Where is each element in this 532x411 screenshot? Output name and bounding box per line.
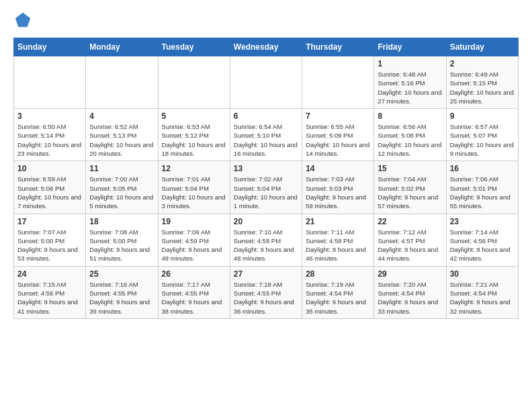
header-cell-wednesday: Wednesday xyxy=(230,38,302,56)
logo-icon xyxy=(13,11,32,30)
calendar-cell: 30Sunrise: 7:21 AM Sunset: 4:54 PM Dayli… xyxy=(446,266,518,318)
calendar-cell: 1Sunrise: 6:48 AM Sunset: 5:16 PM Daylig… xyxy=(374,56,446,109)
calendar-cell: 28Sunrise: 7:19 AM Sunset: 4:54 PM Dayli… xyxy=(302,266,374,318)
day-info: Sunrise: 7:09 AM Sunset: 4:59 PM Dayligh… xyxy=(162,228,226,263)
day-info: Sunrise: 7:21 AM Sunset: 4:54 PM Dayligh… xyxy=(450,280,515,316)
day-info: Sunrise: 6:48 AM Sunset: 5:16 PM Dayligh… xyxy=(378,70,442,105)
day-number: 13 xyxy=(234,164,298,173)
calendar-cell: 10Sunrise: 6:59 AM Sunset: 5:06 PM Dayli… xyxy=(14,161,86,214)
day-info: Sunrise: 7:17 AM Sunset: 4:55 PM Dayligh… xyxy=(162,280,226,316)
calendar-cell: 2Sunrise: 6:49 AM Sunset: 5:15 PM Daylig… xyxy=(446,56,518,109)
day-info: Sunrise: 6:53 AM Sunset: 5:12 PM Dayligh… xyxy=(162,122,226,158)
calendar-row: 17Sunrise: 7:07 AM Sunset: 5:00 PM Dayli… xyxy=(14,214,519,266)
calendar-cell: 14Sunrise: 7:03 AM Sunset: 5:03 PM Dayli… xyxy=(302,161,374,214)
day-number: 15 xyxy=(378,164,442,173)
header-cell-tuesday: Tuesday xyxy=(158,38,230,56)
calendar-cell: 8Sunrise: 6:56 AM Sunset: 5:08 PM Daylig… xyxy=(374,109,446,161)
calendar-cell xyxy=(14,56,86,109)
day-number: 10 xyxy=(17,164,82,173)
day-info: Sunrise: 7:14 AM Sunset: 4:56 PM Dayligh… xyxy=(450,228,515,263)
day-info: Sunrise: 7:00 AM Sunset: 5:05 PM Dayligh… xyxy=(89,175,154,210)
calendar-cell: 5Sunrise: 6:53 AM Sunset: 5:12 PM Daylig… xyxy=(158,109,230,161)
day-number: 16 xyxy=(450,164,515,173)
calendar-cell: 13Sunrise: 7:02 AM Sunset: 5:04 PM Dayli… xyxy=(230,161,302,214)
day-number: 12 xyxy=(162,164,226,173)
day-number: 27 xyxy=(234,269,298,279)
calendar-cell: 12Sunrise: 7:01 AM Sunset: 5:04 PM Dayli… xyxy=(158,161,230,214)
day-info: Sunrise: 7:20 AM Sunset: 4:54 PM Dayligh… xyxy=(378,280,442,316)
day-number: 21 xyxy=(306,217,370,226)
header-cell-monday: Monday xyxy=(86,38,158,56)
day-number: 1 xyxy=(378,59,442,68)
day-number: 11 xyxy=(89,164,154,173)
calendar-cell: 7Sunrise: 6:55 AM Sunset: 5:09 PM Daylig… xyxy=(302,109,374,161)
day-number: 7 xyxy=(306,111,370,121)
day-number: 4 xyxy=(89,111,154,121)
calendar-body: 1Sunrise: 6:48 AM Sunset: 5:16 PM Daylig… xyxy=(14,56,519,319)
calendar-cell: 24Sunrise: 7:15 AM Sunset: 4:56 PM Dayli… xyxy=(14,266,86,318)
day-info: Sunrise: 6:59 AM Sunset: 5:06 PM Dayligh… xyxy=(17,175,82,210)
day-info: Sunrise: 7:04 AM Sunset: 5:02 PM Dayligh… xyxy=(378,175,442,210)
header xyxy=(13,11,519,30)
day-number: 17 xyxy=(17,217,82,226)
calendar-cell: 6Sunrise: 6:54 AM Sunset: 5:10 PM Daylig… xyxy=(230,109,302,161)
calendar-cell: 27Sunrise: 7:18 AM Sunset: 4:55 PM Dayli… xyxy=(230,266,302,318)
day-number: 18 xyxy=(89,217,154,226)
calendar-cell: 11Sunrise: 7:00 AM Sunset: 5:05 PM Dayli… xyxy=(86,161,158,214)
day-number: 23 xyxy=(450,217,515,226)
day-info: Sunrise: 6:55 AM Sunset: 5:09 PM Dayligh… xyxy=(306,122,370,158)
day-number: 5 xyxy=(162,111,226,121)
calendar-cell: 18Sunrise: 7:08 AM Sunset: 5:00 PM Dayli… xyxy=(86,214,158,266)
header-cell-friday: Friday xyxy=(374,38,446,56)
day-info: Sunrise: 6:56 AM Sunset: 5:08 PM Dayligh… xyxy=(378,122,442,158)
day-number: 19 xyxy=(162,217,226,226)
day-info: Sunrise: 7:02 AM Sunset: 5:04 PM Dayligh… xyxy=(234,175,298,210)
day-info: Sunrise: 7:08 AM Sunset: 5:00 PM Dayligh… xyxy=(89,228,154,263)
calendar-row: 3Sunrise: 6:50 AM Sunset: 5:14 PM Daylig… xyxy=(14,109,519,161)
day-info: Sunrise: 7:06 AM Sunset: 5:01 PM Dayligh… xyxy=(450,175,515,210)
calendar-cell: 21Sunrise: 7:11 AM Sunset: 4:58 PM Dayli… xyxy=(302,214,374,266)
calendar-cell: 26Sunrise: 7:17 AM Sunset: 4:55 PM Dayli… xyxy=(158,266,230,318)
calendar-cell xyxy=(86,56,158,109)
day-number: 29 xyxy=(378,269,442,279)
calendar-cell: 19Sunrise: 7:09 AM Sunset: 4:59 PM Dayli… xyxy=(158,214,230,266)
header-cell-sunday: Sunday xyxy=(14,38,86,56)
calendar-cell xyxy=(302,56,374,109)
calendar-cell: 17Sunrise: 7:07 AM Sunset: 5:00 PM Dayli… xyxy=(14,214,86,266)
day-number: 24 xyxy=(17,269,82,279)
calendar-header: SundayMondayTuesdayWednesdayThursdayFrid… xyxy=(14,38,519,56)
day-info: Sunrise: 7:01 AM Sunset: 5:04 PM Dayligh… xyxy=(162,175,226,210)
day-info: Sunrise: 7:18 AM Sunset: 4:55 PM Dayligh… xyxy=(234,280,298,316)
calendar-cell xyxy=(230,56,302,109)
day-number: 28 xyxy=(306,269,370,279)
day-info: Sunrise: 6:50 AM Sunset: 5:14 PM Dayligh… xyxy=(17,122,82,158)
day-info: Sunrise: 7:12 AM Sunset: 4:57 PM Dayligh… xyxy=(378,228,442,263)
day-number: 26 xyxy=(162,269,226,279)
calendar-table: SundayMondayTuesdayWednesdayThursdayFrid… xyxy=(13,38,519,319)
day-info: Sunrise: 7:07 AM Sunset: 5:00 PM Dayligh… xyxy=(17,228,82,263)
svg-marker-0 xyxy=(15,13,30,27)
day-info: Sunrise: 7:15 AM Sunset: 4:56 PM Dayligh… xyxy=(17,280,82,316)
calendar-cell: 25Sunrise: 7:16 AM Sunset: 4:55 PM Dayli… xyxy=(86,266,158,318)
header-row: SundayMondayTuesdayWednesdayThursdayFrid… xyxy=(14,38,519,56)
day-number: 30 xyxy=(450,269,515,279)
calendar-cell: 20Sunrise: 7:10 AM Sunset: 4:58 PM Dayli… xyxy=(230,214,302,266)
day-info: Sunrise: 6:57 AM Sunset: 5:07 PM Dayligh… xyxy=(450,122,515,158)
calendar-cell: 9Sunrise: 6:57 AM Sunset: 5:07 PM Daylig… xyxy=(446,109,518,161)
day-number: 9 xyxy=(450,111,515,121)
day-info: Sunrise: 7:16 AM Sunset: 4:55 PM Dayligh… xyxy=(89,280,154,316)
day-info: Sunrise: 6:52 AM Sunset: 5:13 PM Dayligh… xyxy=(89,122,154,158)
calendar-cell: 15Sunrise: 7:04 AM Sunset: 5:02 PM Dayli… xyxy=(374,161,446,214)
calendar-row: 24Sunrise: 7:15 AM Sunset: 4:56 PM Dayli… xyxy=(14,266,519,318)
day-info: Sunrise: 6:54 AM Sunset: 5:10 PM Dayligh… xyxy=(234,122,298,158)
day-info: Sunrise: 7:10 AM Sunset: 4:58 PM Dayligh… xyxy=(234,228,298,263)
calendar-cell xyxy=(158,56,230,109)
calendar-row: 1Sunrise: 6:48 AM Sunset: 5:16 PM Daylig… xyxy=(14,56,519,109)
header-cell-thursday: Thursday xyxy=(302,38,374,56)
calendar-cell: 29Sunrise: 7:20 AM Sunset: 4:54 PM Dayli… xyxy=(374,266,446,318)
day-info: Sunrise: 7:19 AM Sunset: 4:54 PM Dayligh… xyxy=(306,280,370,316)
day-number: 8 xyxy=(378,111,442,121)
calendar-cell: 3Sunrise: 6:50 AM Sunset: 5:14 PM Daylig… xyxy=(14,109,86,161)
day-number: 25 xyxy=(89,269,154,279)
logo xyxy=(13,11,35,30)
